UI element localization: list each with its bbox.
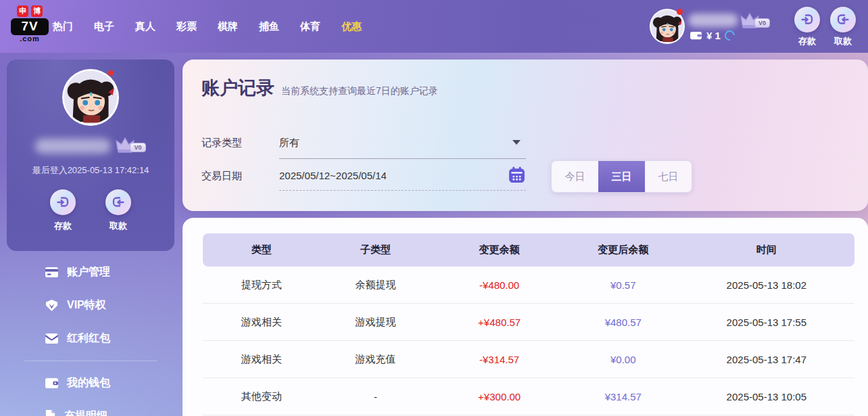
navbar-wallet: ¥ 1 bbox=[690, 30, 735, 41]
red-envelope-icon bbox=[45, 333, 59, 344]
notification-dot bbox=[677, 9, 683, 15]
navbar-vip-level[interactable]: V0 bbox=[740, 11, 770, 29]
menu-divider bbox=[24, 361, 157, 361]
main-nav: 热门 电子 真人 彩票 棋牌 捕鱼 体育 优惠 bbox=[53, 0, 362, 53]
cell-type: 游戏相关 bbox=[203, 353, 320, 366]
cell-time: 2025-05-13 10:05 bbox=[679, 391, 854, 402]
sidebar-withdraw-button[interactable]: 取款 bbox=[99, 189, 137, 232]
page-subtitle: 当前系统支持查询最近7日的账户记录 bbox=[281, 85, 438, 100]
cell-time: 2025-05-13 17:55 bbox=[679, 317, 854, 328]
record-type-select[interactable]: 所有 bbox=[279, 137, 526, 159]
cell-type: 提现方式 bbox=[203, 279, 320, 292]
cell-after: ¥0.57 bbox=[568, 279, 679, 291]
navbar-username-blurred bbox=[688, 14, 738, 27]
nav-item-slots[interactable]: 电子 bbox=[94, 20, 114, 33]
tab-today[interactable]: 今日 bbox=[552, 161, 598, 192]
menu-label: 我的钱包 bbox=[67, 376, 110, 390]
nav-item-live[interactable]: 真人 bbox=[135, 20, 155, 33]
cell-time: 2025-05-13 17:47 bbox=[679, 354, 854, 365]
document-icon bbox=[45, 409, 56, 416]
deposit-icon bbox=[794, 7, 820, 32]
deposit-icon bbox=[50, 189, 76, 215]
navbar-avatar[interactable] bbox=[650, 9, 685, 44]
header-time: 时间 bbox=[679, 244, 854, 256]
cell-change: +¥480.57 bbox=[431, 317, 567, 328]
records-table: 类型 子类型 变更余额 变更后余额 时间 提现方式 余额提现 -¥480.00 … bbox=[203, 233, 854, 415]
date-range-tabs: 今日 三日 七日 bbox=[551, 160, 692, 193]
table-header-row: 类型 子类型 变更余额 变更后余额 时间 bbox=[203, 233, 854, 267]
deposit-label: 存款 bbox=[788, 35, 826, 47]
cell-change: -¥480.00 bbox=[431, 279, 567, 291]
wallet-icon bbox=[690, 30, 702, 41]
logo-badges: 申 博 bbox=[11, 5, 49, 17]
logo-badge-2: 博 bbox=[31, 5, 43, 17]
cell-after: ¥0.00 bbox=[568, 354, 679, 365]
sidebar-item-bonus-redpacket[interactable]: 红利红包 bbox=[7, 322, 174, 355]
nav-item-sports[interactable]: 体育 bbox=[300, 20, 320, 33]
site-logo[interactable]: 申 博 7V .com bbox=[11, 5, 49, 43]
date-range-input[interactable]: 2025/05/12~2025/05/14 bbox=[279, 170, 526, 191]
sidebar-item-transaction-details[interactable]: 充提明细 bbox=[7, 400, 174, 416]
navbar-withdraw-button[interactable]: 取款 bbox=[824, 7, 862, 47]
sidebar-item-vip-privileges[interactable]: VIP特权 bbox=[7, 289, 174, 322]
nav-item-fishing[interactable]: 捕鱼 bbox=[259, 20, 279, 33]
tab-three-days[interactable]: 三日 bbox=[598, 161, 645, 192]
menu-label: VIP特权 bbox=[67, 298, 106, 313]
avatar bbox=[62, 69, 119, 126]
sidebar-avatar[interactable] bbox=[62, 69, 119, 126]
header-after: 变更后余额 bbox=[568, 244, 679, 256]
header-subtype: 子类型 bbox=[320, 244, 431, 256]
table-row: 提现方式 余额提现 -¥480.00 ¥0.57 2025-05-13 18:0… bbox=[203, 267, 854, 304]
nav-item-lottery[interactable]: 彩票 bbox=[176, 20, 197, 33]
page-title: 账户记录 bbox=[201, 76, 274, 100]
navbar-deposit-button[interactable]: 存款 bbox=[788, 7, 826, 47]
records-table-panel: 类型 子类型 变更余额 变更后余额 时间 提现方式 余额提现 -¥480.00 … bbox=[183, 218, 868, 416]
nav-item-promos[interactable]: 优惠 bbox=[341, 20, 362, 33]
cell-subtype: 游戏充值 bbox=[320, 353, 431, 366]
refresh-balance-icon[interactable] bbox=[723, 28, 737, 43]
vip-badge: V0 bbox=[754, 18, 770, 28]
tab-seven-days[interactable]: 七日 bbox=[645, 161, 692, 192]
notification-dot bbox=[108, 70, 114, 76]
menu-label: 账户管理 bbox=[67, 265, 110, 279]
menu-label: 充提明细 bbox=[64, 409, 107, 416]
withdraw-icon bbox=[830, 7, 856, 32]
cell-change: +¥300.00 bbox=[431, 391, 567, 402]
calendar-icon[interactable] bbox=[508, 166, 526, 187]
sidebar-profile-card: V0 最后登入2025-05-13 17:42:14 存款 取款 bbox=[7, 60, 174, 251]
chevron-down-icon bbox=[512, 140, 521, 145]
field-underline-dashed bbox=[279, 190, 526, 191]
sidebar-menu: 账户管理 VIP特权 红利红包 我的钱包 充提明细 bbox=[7, 256, 174, 416]
sidebar-username-blurred bbox=[35, 139, 111, 154]
nav-item-hot[interactable]: 热门 bbox=[53, 20, 73, 33]
withdraw-icon bbox=[105, 189, 131, 215]
cell-change: -¥314.57 bbox=[431, 354, 567, 365]
record-type-value: 所有 bbox=[279, 137, 526, 149]
sidebar-item-account-management[interactable]: 账户管理 bbox=[7, 256, 174, 289]
sidebar-item-my-wallet[interactable]: 我的钱包 bbox=[7, 367, 174, 400]
vip-badge: V0 bbox=[130, 143, 145, 152]
cell-time: 2025-05-13 18:02 bbox=[679, 279, 854, 291]
withdraw-label: 取款 bbox=[99, 220, 137, 232]
balance-amount: ¥ 1 bbox=[706, 30, 721, 41]
nav-item-cards[interactable]: 棋牌 bbox=[218, 20, 238, 33]
table-row: 游戏相关 游戏充值 -¥314.57 ¥0.00 2025-05-13 17:4… bbox=[203, 341, 854, 378]
cell-type: 其他变动 bbox=[203, 390, 320, 403]
header-type: 类型 bbox=[203, 244, 320, 256]
logo-suffix-text: .com bbox=[11, 34, 49, 43]
logo-main-text: 7V bbox=[11, 18, 49, 35]
last-login-text: 最后登入2025-05-13 17:42:14 bbox=[7, 164, 174, 177]
cell-subtype: 余额提现 bbox=[320, 279, 431, 292]
sidebar-actions: 存款 取款 bbox=[7, 189, 174, 232]
header-change: 变更余额 bbox=[431, 244, 567, 256]
cell-type: 游戏相关 bbox=[203, 316, 320, 329]
vip-shield-icon bbox=[45, 299, 59, 312]
sidebar-deposit-button[interactable]: 存款 bbox=[44, 189, 82, 232]
cell-subtype: 游戏提现 bbox=[320, 316, 431, 329]
table-row: 游戏相关 游戏提现 +¥480.57 ¥480.57 2025-05-13 17… bbox=[203, 304, 854, 341]
account-records-panel: 账户记录 当前系统支持查询最近7日的账户记录 记录类型 所有 交易日期 2025… bbox=[183, 60, 868, 211]
table-row: 其他变动 - +¥300.00 ¥314.57 2025-05-13 10:05 bbox=[203, 378, 854, 415]
bank-card-icon bbox=[45, 267, 59, 278]
top-navbar: 申 博 7V .com 热门 电子 真人 彩票 棋牌 捕鱼 体育 优惠 V0 ¥… bbox=[0, 0, 868, 53]
logo-badge-1: 申 bbox=[17, 5, 28, 17]
